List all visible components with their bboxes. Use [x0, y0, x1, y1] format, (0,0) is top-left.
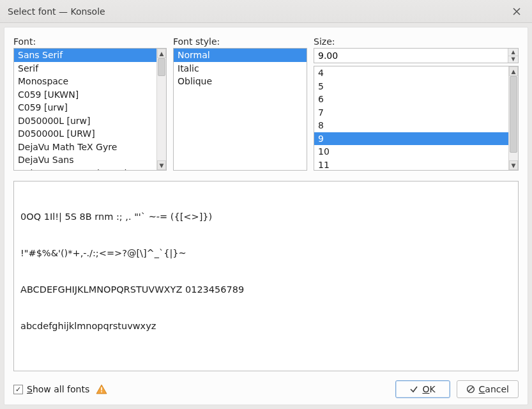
close-icon	[512, 7, 521, 16]
show-all-fonts-checkbox[interactable]: ✓ Show all fonts	[13, 384, 89, 394]
list-item[interactable]: Sans Serif	[14, 49, 156, 62]
scroll-down-icon[interactable]: ▼	[509, 160, 518, 170]
scroll-up-icon[interactable]: ▲	[509, 66, 518, 76]
list-item[interactable]: Oblique	[174, 75, 307, 88]
list-item[interactable]: D050000L [URW]	[14, 127, 156, 141]
font-scrollbar[interactable]: ▲ ▼	[156, 49, 166, 170]
preview-line: 0OQ 1Il!| 5S 8B rnm :; ,. "'` ~-= ({[<>]…	[20, 211, 512, 223]
size-input[interactable]	[314, 49, 508, 63]
preview-line: abcdefghijklmnopqrstuvwxyz	[20, 320, 512, 332]
list-item[interactable]: C059 [UKWN]	[14, 88, 156, 102]
font-preview: 0OQ 1Il!| 5S 8B rnm :; ,. "'` ~-= ({[<>]…	[13, 181, 519, 371]
size-spin-buttons[interactable]: ▲ ▼	[508, 49, 518, 63]
list-item[interactable]: 8	[314, 119, 508, 132]
scroll-thumb[interactable]	[158, 58, 165, 76]
list-item[interactable]: DejaVu Math TeX Gyre	[14, 141, 156, 154]
ok-button[interactable]: OK	[395, 380, 450, 398]
svg-rect-1	[101, 391, 102, 392]
list-item[interactable]: 10	[314, 145, 508, 158]
scroll-down-icon[interactable]: ▼	[157, 160, 166, 170]
titlebar: Select font — Konsole	[0, 0, 532, 23]
dialog-body: Font: Sans SerifSerifMonospaceC059 [UKWN…	[4, 27, 528, 405]
list-item[interactable]: DejaVu Sans Condensed	[14, 167, 156, 171]
columns: Font: Sans SerifSerifMonospaceC059 [UKWN…	[13, 36, 519, 171]
style-listbox[interactable]: NormalItalicOblique	[173, 48, 307, 171]
svg-rect-0	[101, 387, 102, 390]
font-column: Font: Sans SerifSerifMonospaceC059 [UKWN…	[13, 36, 167, 171]
list-item[interactable]: Italic	[174, 62, 307, 75]
cancel-label: Cancel	[479, 384, 509, 394]
size-listbox[interactable]: 456789101112 ▲ ▼	[314, 66, 519, 171]
size-items: 456789101112	[314, 66, 508, 170]
style-column: Font style: NormalItalicOblique	[173, 36, 307, 171]
svg-line-3	[468, 387, 473, 391]
list-item[interactable]: Normal	[174, 49, 307, 62]
list-item[interactable]: 11	[314, 158, 508, 171]
size-spinbox[interactable]: ▲ ▼	[314, 48, 519, 63]
list-item[interactable]: C059 [urw]	[14, 101, 156, 114]
close-button[interactable]	[509, 4, 524, 19]
style-items: NormalItalicOblique	[174, 49, 307, 170]
window-title: Select font — Konsole	[8, 6, 509, 17]
size-scrollbar[interactable]: ▲ ▼	[508, 66, 518, 170]
bottom-bar: ✓ Show all fonts OK Ca	[13, 380, 519, 398]
list-item[interactable]: 7	[314, 106, 508, 120]
warning-icon	[96, 384, 107, 394]
check-icon	[409, 385, 418, 394]
list-item[interactable]: Monospace	[14, 75, 156, 88]
scroll-thumb[interactable]	[510, 76, 517, 153]
scroll-up-icon[interactable]: ▲	[157, 49, 166, 58]
scroll-track[interactable]	[509, 76, 518, 160]
list-item[interactable]: Serif	[14, 62, 156, 75]
font-label: Font:	[13, 36, 167, 47]
font-items: Sans SerifSerifMonospaceC059 [UKWN]C059 …	[14, 49, 156, 170]
ok-label: OK	[422, 384, 435, 394]
preview-line: ABCDEFGHIJKLMNOPQRSTUVWXYZ 0123456789	[20, 284, 512, 296]
list-item[interactable]: 9	[314, 132, 508, 146]
spin-up-icon[interactable]: ▲	[508, 49, 518, 56]
list-item[interactable]: DejaVu Sans	[14, 153, 156, 167]
cancel-icon	[466, 385, 475, 394]
scroll-track[interactable]	[157, 58, 166, 160]
list-item[interactable]: 6	[314, 93, 508, 106]
font-listbox[interactable]: Sans SerifSerifMonospaceC059 [UKWN]C059 …	[13, 48, 167, 171]
list-item[interactable]: 5	[314, 80, 508, 93]
checkbox-label: Show all fonts	[27, 384, 89, 394]
list-item[interactable]: 4	[314, 66, 508, 80]
style-label: Font style:	[173, 36, 307, 47]
button-row: OK Cancel	[395, 380, 519, 398]
preview-line: !"#$%&'()*+,-./:;<=>?@[\]^_`{|}~	[20, 247, 512, 259]
size-label: Size:	[314, 36, 519, 47]
cancel-button[interactable]: Cancel	[457, 380, 519, 398]
list-item[interactable]: D050000L [urw]	[14, 114, 156, 128]
checkbox-icon: ✓	[13, 385, 23, 394]
spin-down-icon[interactable]: ▼	[508, 56, 518, 63]
size-column: Size: ▲ ▼ 456789101112 ▲ ▼	[314, 36, 519, 171]
